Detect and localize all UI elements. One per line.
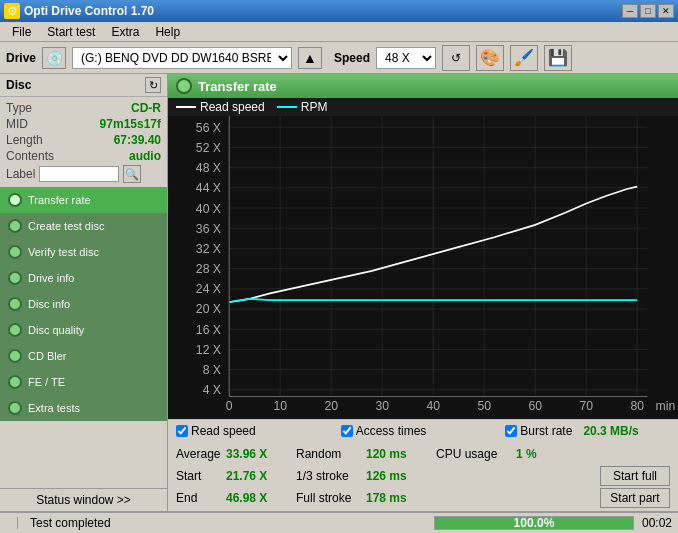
nav-item-disc-quality[interactable]: Disc quality — [0, 317, 167, 343]
one-third-label: 1/3 stroke — [296, 469, 366, 483]
chart-header: Transfer rate — [168, 74, 678, 98]
svg-rect-0 — [168, 116, 678, 419]
save-button[interactable]: 💾 — [544, 45, 572, 71]
disc-header: Disc ↻ — [0, 74, 167, 97]
window-controls: ─ □ ✕ — [622, 4, 674, 18]
svg-text:0: 0 — [226, 397, 233, 413]
access-times-checkbox-item: Access times — [341, 424, 506, 438]
color-button2[interactable]: 🖌️ — [510, 45, 538, 71]
svg-text:40 X: 40 X — [196, 200, 222, 216]
disc-contents-label: Contents — [6, 149, 54, 163]
read-speed-checkbox-item: Read speed — [176, 424, 341, 438]
svg-text:40: 40 — [426, 397, 440, 413]
random-value: 120 ms — [366, 447, 436, 461]
close-button[interactable]: ✕ — [658, 4, 674, 18]
stats-row-1: Average 33.96 X Random 120 ms CPU usage … — [176, 443, 670, 465]
nav-circle-create-test-disc — [8, 219, 22, 233]
nav-item-create-test-disc[interactable]: Create test disc — [0, 213, 167, 239]
random-label: Random — [296, 447, 366, 461]
disc-label-button[interactable]: 🔍 — [123, 165, 141, 183]
disc-refresh-button[interactable]: ↻ — [145, 77, 161, 93]
chart-container: 56 X 52 X 48 X 44 X 40 X 36 X 32 X 28 X … — [168, 116, 678, 419]
nav-circle-fe-te — [8, 375, 22, 389]
left-panel: Disc ↻ Type CD-R MID 97m15s17f Length 67… — [0, 74, 168, 511]
nav-item-fe-te[interactable]: FE / TE — [0, 369, 167, 395]
full-stroke-value: 178 ms — [366, 491, 436, 505]
svg-text:30: 30 — [375, 397, 389, 413]
svg-text:80: 80 — [630, 397, 644, 413]
disc-info: Type CD-R MID 97m15s17f Length 67:39.40 … — [0, 97, 167, 187]
disc-length-row: Length 67:39.40 — [6, 133, 161, 147]
nav-circle-drive-info — [8, 271, 22, 285]
title-bar-left: ⚙ Opti Drive Control 1.70 — [4, 3, 154, 19]
nav-item-extra-tests[interactable]: Extra tests — [0, 395, 167, 421]
nav-label-verify-test-disc: Verify test disc — [28, 246, 99, 258]
menu-bar: File Start test Extra Help — [0, 22, 678, 42]
start-part-button[interactable]: Start part — [600, 488, 670, 508]
nav-label-cd-bler: CD Bler — [28, 350, 67, 362]
access-times-checkbox-label: Access times — [356, 424, 427, 438]
access-times-checkbox[interactable] — [341, 425, 353, 437]
status-bar: Test completed 100.0% 00:02 — [0, 511, 678, 533]
app-title: Opti Drive Control 1.70 — [24, 4, 154, 18]
disc-length-value: 67:39.40 — [114, 133, 161, 147]
menu-file[interactable]: File — [4, 23, 39, 41]
disc-header-text: Disc — [6, 78, 31, 92]
read-speed-checkbox[interactable] — [176, 425, 188, 437]
svg-text:50: 50 — [477, 397, 491, 413]
nav-circle-disc-info — [8, 297, 22, 311]
legend-rpm: RPM — [277, 100, 328, 114]
disc-label-input[interactable] — [39, 166, 119, 182]
nav-item-drive-info[interactable]: Drive info — [0, 265, 167, 291]
cpu-usage-value: 1 % — [516, 447, 566, 461]
full-stroke-label: Full stroke — [296, 491, 366, 505]
read-speed-checkbox-label: Read speed — [191, 424, 256, 438]
svg-text:52 X: 52 X — [196, 139, 222, 155]
drive-select[interactable]: (G:) BENQ DVD DD DW1640 BSRB — [72, 47, 292, 69]
nav-circle-verify-test-disc — [8, 245, 22, 259]
title-bar: ⚙ Opti Drive Control 1.70 ─ □ ✕ — [0, 0, 678, 22]
nav-label-transfer-rate: Transfer rate — [28, 194, 91, 206]
speed-label: Speed — [334, 51, 370, 65]
status-time: 00:02 — [642, 516, 672, 530]
minimize-button[interactable]: ─ — [622, 4, 638, 18]
nav-item-transfer-rate[interactable]: Transfer rate — [0, 187, 167, 213]
stats-row-3: End 46.98 X Full stroke 178 ms Start par… — [176, 487, 670, 509]
nav-item-cd-bler[interactable]: CD Bler — [0, 343, 167, 369]
progress-bar-fill: 100.0% — [435, 517, 633, 529]
burst-rate-checkbox-label: Burst rate — [520, 424, 572, 438]
maximize-button[interactable]: □ — [640, 4, 656, 18]
menu-start-test[interactable]: Start test — [39, 23, 103, 41]
status-window-button[interactable]: Status window >> — [0, 488, 167, 511]
nav-circle-cd-bler — [8, 349, 22, 363]
speed-select[interactable]: 48 X — [376, 47, 436, 69]
disc-mid-value: 97m15s17f — [100, 117, 161, 131]
disc-mid-row: MID 97m15s17f — [6, 117, 161, 131]
progress-bar-container: 100.0% — [434, 516, 634, 530]
nav-circle-transfer-rate — [8, 193, 22, 207]
disc-type-value: CD-R — [131, 101, 161, 115]
menu-extra[interactable]: Extra — [103, 23, 147, 41]
disc-label-label: Label — [6, 167, 35, 181]
drive-label: Drive — [6, 51, 36, 65]
color-button1[interactable]: 🎨 — [476, 45, 504, 71]
nav-item-disc-info[interactable]: Disc info — [0, 291, 167, 317]
nav-circle-disc-quality — [8, 323, 22, 337]
refresh-button[interactable]: ↺ — [442, 45, 470, 71]
average-value: 33.96 X — [226, 447, 296, 461]
disc-contents-value: audio — [129, 149, 161, 163]
legend-read-speed: Read speed — [176, 100, 265, 114]
drive-eject-button[interactable]: ▲ — [298, 47, 322, 69]
nav-circle-extra-tests — [8, 401, 22, 415]
start-value: 21.76 X — [226, 469, 296, 483]
chart-legend: Read speed RPM — [168, 98, 678, 116]
drive-icon: 💿 — [42, 47, 66, 69]
svg-text:16 X: 16 X — [196, 321, 222, 337]
burst-rate-checkbox[interactable] — [505, 425, 517, 437]
start-full-button[interactable]: Start full — [600, 466, 670, 486]
drive-bar: Drive 💿 (G:) BENQ DVD DD DW1640 BSRB ▲ S… — [0, 42, 678, 74]
status-icon — [6, 517, 18, 529]
menu-help[interactable]: Help — [147, 23, 188, 41]
nav-item-verify-test-disc[interactable]: Verify test disc — [0, 239, 167, 265]
nav-label-disc-quality: Disc quality — [28, 324, 84, 336]
